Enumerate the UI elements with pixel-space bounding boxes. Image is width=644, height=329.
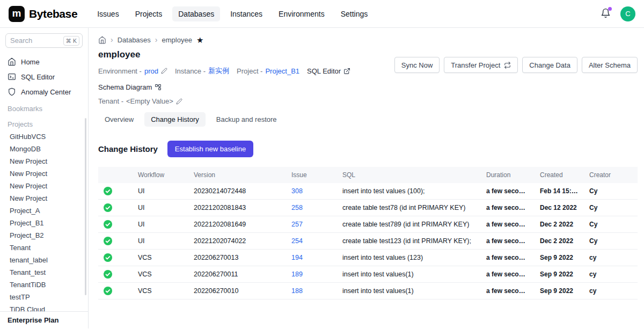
- project-link[interactable]: Project_B1: [265, 67, 299, 75]
- notifications-button[interactable]: [601, 8, 611, 20]
- brand[interactable]: m Bytebase: [9, 6, 77, 22]
- sidebar-item-project-new-project[interactable]: New Project: [0, 192, 88, 204]
- project-meta: Project - Project_B1: [237, 67, 299, 75]
- action-button-label: Change Data: [529, 61, 570, 69]
- bytebase-logo-icon: m: [9, 6, 25, 22]
- sidebar-item-project-mongodb[interactable]: MongoDB: [0, 143, 88, 155]
- sidebar-item-project-project_a[interactable]: Project_A: [0, 204, 88, 217]
- sidebar-item-anomaly-center[interactable]: Anomaly Center: [0, 84, 88, 99]
- change-data-button[interactable]: Change Data: [522, 57, 577, 73]
- sql-editor-link[interactable]: SQL Editor: [307, 67, 350, 75]
- nav-item-issues[interactable]: Issues: [91, 6, 125, 21]
- edit-environment-icon[interactable]: [161, 68, 167, 74]
- breadcrumb-databases[interactable]: Databases: [118, 36, 151, 44]
- sidebar-item-project-project_b2[interactable]: Project_B2: [0, 229, 88, 242]
- nav-item-settings[interactable]: Settings: [335, 6, 374, 21]
- sidebar-item-home[interactable]: Home: [0, 54, 88, 69]
- sql-cell: insert into test values(1): [337, 283, 481, 299]
- sidebar-item-project-tenanttidb[interactable]: TenantTiDB: [0, 279, 88, 291]
- instance-label: Instance -: [175, 67, 206, 75]
- issue-link[interactable]: 258: [291, 204, 303, 211]
- issue-link[interactable]: 308: [291, 187, 303, 195]
- tenant-meta: Tenant - <Empty Value>: [98, 97, 182, 105]
- instance-link[interactable]: 新实例: [208, 66, 229, 76]
- creator-cell: Cy: [584, 233, 638, 250]
- avatar[interactable]: C: [620, 6, 635, 21]
- sidebar-item-sql-editor[interactable]: SQL Editor: [0, 69, 88, 84]
- success-check-icon: [104, 220, 112, 229]
- database-tabs: OverviewChange HistoryBackup and restore: [98, 112, 638, 127]
- sidebar-item-project-testtp[interactable]: testTP: [0, 291, 88, 303]
- sidebar-item-project-githubvcs[interactable]: GitHubVCS: [0, 130, 88, 143]
- nav-item-databases[interactable]: Databases: [172, 6, 220, 21]
- duration-cell: a few seconds: [481, 216, 535, 233]
- table-row[interactable]: VCS202206270011189insert into test value…: [98, 266, 638, 283]
- sidebar-item-project-project_b1[interactable]: Project_B1: [0, 217, 88, 229]
- workflow-cell: UI: [133, 216, 188, 233]
- column-header-status: [98, 167, 133, 183]
- notification-dot: [608, 7, 612, 11]
- nav-item-environments[interactable]: Environments: [273, 6, 331, 21]
- nav-item-projects[interactable]: Projects: [129, 6, 169, 21]
- sync-now-button[interactable]: Sync Now: [394, 57, 440, 73]
- sidebar-scrollbar[interactable]: [85, 118, 86, 295]
- status-cell: [98, 266, 133, 283]
- issue-link[interactable]: 194: [291, 254, 303, 261]
- page-actions: Sync NowTransfer ProjectChange DataAlter…: [394, 57, 638, 105]
- sidebar-item-project-tenant[interactable]: Tenant: [0, 242, 88, 254]
- version-cell: 20221202074022: [188, 233, 286, 250]
- search-input[interactable]: [10, 36, 61, 45]
- issue-cell: 308: [286, 183, 337, 200]
- success-check-icon: [104, 270, 112, 279]
- action-button-label: Sync Now: [401, 61, 433, 69]
- table-row[interactable]: UI20221202081843258create table test78 (…: [98, 200, 638, 216]
- table-row[interactable]: UI20221202074022254create table test123 …: [98, 233, 638, 250]
- success-check-icon: [104, 253, 112, 262]
- issue-link[interactable]: 188: [291, 287, 303, 295]
- issue-link[interactable]: 254: [291, 237, 303, 245]
- tab-backup-and-restore[interactable]: Backup and restore: [210, 112, 283, 127]
- table-row[interactable]: VCS202206270013194insert into test value…: [98, 250, 638, 266]
- sql-cell: insert into test values (100);: [337, 183, 481, 200]
- issue-link[interactable]: 257: [291, 221, 303, 228]
- creator-cell: Cy: [584, 183, 638, 200]
- section-title: Change History: [98, 144, 158, 153]
- duration-cell: a few seconds: [481, 250, 535, 266]
- success-check-icon: [104, 203, 112, 212]
- sidebar-item-project-new-project[interactable]: New Project: [0, 167, 88, 180]
- search-box[interactable]: ⌘ K: [5, 33, 83, 48]
- version-cell: 20230214072448: [188, 183, 286, 200]
- tab-change-history[interactable]: Change History: [144, 112, 206, 127]
- establish-baseline-button[interactable]: Establish new baseline: [167, 141, 253, 157]
- transfer-project-button[interactable]: Transfer Project: [444, 57, 518, 73]
- external-link-icon: [343, 68, 350, 75]
- sql-cell: insert into test values (123): [337, 250, 481, 266]
- sidebar-item-project-tenant_test[interactable]: Tenant_test: [0, 266, 88, 279]
- instance-meta: Instance - 新实例: [175, 66, 229, 76]
- status-cell: [98, 250, 133, 266]
- sidebar-item-project-new-project[interactable]: New Project: [0, 180, 88, 192]
- duration-cell: a few seconds: [481, 233, 535, 250]
- transfer-icon: [504, 62, 511, 69]
- action-button-label: Transfer Project: [451, 61, 500, 69]
- creator-cell: cy: [584, 283, 638, 299]
- schema-diagram-link[interactable]: Schema Diagram: [98, 83, 162, 91]
- breadcrumb-home-icon[interactable]: [98, 36, 106, 44]
- issue-link[interactable]: 189: [291, 270, 303, 278]
- table-row[interactable]: VCS202206270010188insert into test value…: [98, 283, 638, 299]
- status-cell: [98, 183, 133, 200]
- sidebar-item-project-tenant_label[interactable]: tenant_label: [0, 254, 88, 266]
- alter-schema-button[interactable]: Alter Schema: [582, 57, 638, 73]
- table-row[interactable]: UI20230214072448308insert into test valu…: [98, 183, 638, 200]
- bookmark-star-icon[interactable]: ★: [196, 36, 203, 44]
- topbar-right: C: [601, 6, 635, 21]
- table-row[interactable]: UI20221202081649257create table test789 …: [98, 216, 638, 233]
- tab-overview[interactable]: Overview: [98, 112, 140, 127]
- sidebar-item-project-new-project[interactable]: New Project: [0, 155, 88, 167]
- environment-link[interactable]: prod: [144, 67, 158, 75]
- sidebar-footer[interactable]: Enterprise Plan: [0, 311, 88, 328]
- tenant-value: <Empty Value>: [126, 97, 173, 105]
- edit-tenant-icon[interactable]: [176, 98, 182, 105]
- version-cell: 202206270011: [188, 266, 286, 283]
- nav-item-instances[interactable]: Instances: [224, 6, 268, 21]
